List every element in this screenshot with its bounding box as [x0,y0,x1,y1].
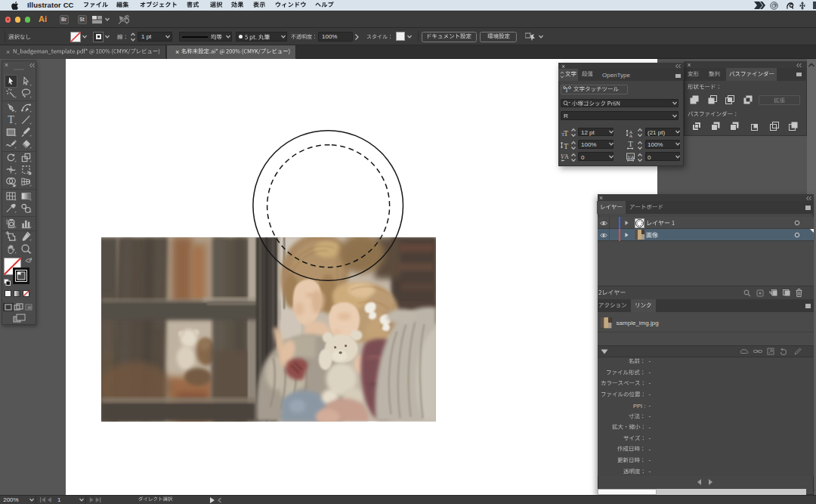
svg-text:T: T [564,129,568,138]
svg-text:A: A [629,132,632,138]
svg-text:T: T [8,114,14,125]
svg-text:T: T [628,141,632,148]
svg-text:A: A [630,154,634,160]
svg-text:T: T [564,142,568,150]
svg-text:A: A [564,153,569,160]
